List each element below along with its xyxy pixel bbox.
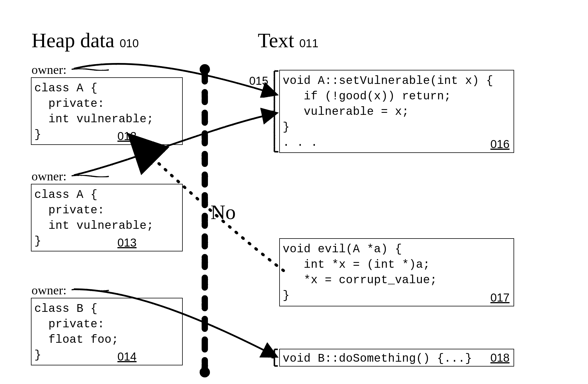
heap-box-014-code: class B { private: float foo; } xyxy=(34,301,179,363)
owner3-squiggle xyxy=(72,289,109,291)
heap-box-012-code: class A { private: int vulnerable; } xyxy=(34,81,179,143)
heap-box-014-ref: 014 xyxy=(117,350,137,363)
heading-text-ref: 011 xyxy=(299,37,318,50)
owner2-squiggle xyxy=(72,175,109,177)
svg-point-2 xyxy=(200,367,210,377)
text-box-017-ref: 017 xyxy=(490,291,510,304)
bracket-ref-015: 015 xyxy=(249,74,268,87)
heap-box-013-ref: 013 xyxy=(117,236,137,249)
text-box-017: void evil(A *a) { int *x = (int *)a; *x … xyxy=(279,238,514,306)
text-box-016-ref: 016 xyxy=(490,138,510,151)
heading-text-text: Text xyxy=(258,29,294,52)
owner-label-1: owner: xyxy=(32,62,66,77)
owner-label-2: owner: xyxy=(32,169,66,184)
heading-text: Text 011 xyxy=(258,29,318,52)
text-box-016: void A::setVulnerable(int x) { if (!good… xyxy=(279,70,514,153)
owner-label-3: owner: xyxy=(32,283,66,298)
heap-box-012: class A { private: int vulnerable; } 012 xyxy=(31,77,183,145)
bracket-018 xyxy=(272,349,278,366)
heading-heap-text: Heap data xyxy=(32,29,115,52)
text-box-018-code: void B::doSomething() {...} xyxy=(283,351,510,367)
text-box-016-code: void A::setVulnerable(int x) { if (!good… xyxy=(283,73,510,151)
heading-heap-ref: 010 xyxy=(120,37,139,50)
no-label: No xyxy=(211,200,236,224)
svg-point-1 xyxy=(200,64,210,74)
heap-box-013: class A { private: int vulnerable; } 013 xyxy=(31,184,183,251)
diagram-stage: Heap data 010 Text 011 owner: owner: own… xyxy=(0,0,588,384)
heap-box-013-code: class A { private: int vulnerable; } xyxy=(34,187,179,249)
owner1-squiggle xyxy=(72,69,109,70)
text-box-017-code: void evil(A *a) { int *x = (int *)a; *x … xyxy=(283,242,510,304)
text-box-018-ref: 018 xyxy=(490,351,510,364)
bracket-015 xyxy=(271,71,278,152)
text-box-018: void B::doSomething() {...} 018 xyxy=(279,349,514,367)
center-divider xyxy=(200,64,210,377)
heap-box-014: class B { private: float foo; } 014 xyxy=(31,298,183,365)
heap-box-012-ref: 012 xyxy=(117,130,137,143)
heading-heap: Heap data 010 xyxy=(32,29,139,52)
